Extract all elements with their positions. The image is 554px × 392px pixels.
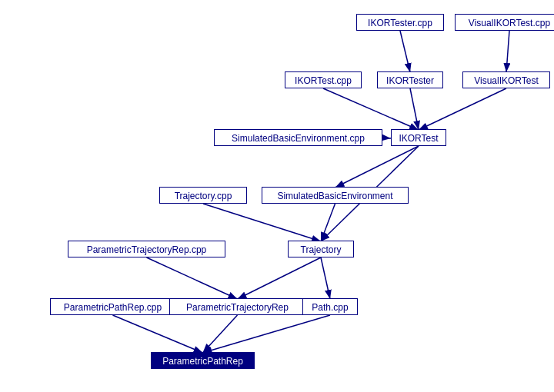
node-Path_cpp[interactable]: Path.cpp	[302, 298, 358, 315]
node-SimulatedBasicEnvironment_cpp[interactable]: SimulatedBasicEnvironment.cpp	[214, 129, 382, 146]
svg-line-9	[203, 204, 321, 241]
node-IKORTest[interactable]: IKORTest	[391, 129, 446, 146]
svg-line-6	[382, 138, 391, 138]
node-ParametricPathRep_cpp[interactable]: ParametricPathRep.cpp	[50, 298, 175, 315]
node-ParametricTrajectoryRep[interactable]: ParametricTrajectoryRep	[169, 298, 305, 315]
node-ParametricTrajectoryRep_cpp[interactable]: ParametricTrajectoryRep.cpp	[68, 241, 225, 257]
svg-line-4	[410, 88, 419, 130]
node-ParametricPathRep[interactable]: ParametricPathRep	[151, 352, 255, 369]
svg-line-7	[335, 146, 419, 188]
node-Trajectory[interactable]: Trajectory	[288, 241, 354, 257]
diagram-container: IKORTester.cppVisualIKORTest.cppIKORTest…	[0, 0, 554, 392]
svg-line-14	[113, 315, 203, 353]
node-IKORTest_cpp[interactable]: IKORTest.cpp	[285, 71, 362, 88]
svg-line-16	[203, 315, 331, 353]
node-Trajectory_cpp[interactable]: Trajectory.cpp	[159, 187, 247, 204]
svg-line-11	[147, 257, 238, 299]
node-IKORTester[interactable]: IKORTester	[377, 71, 443, 88]
node-IKORTester_cpp[interactable]: IKORTester.cpp	[356, 14, 444, 31]
svg-line-5	[419, 88, 506, 130]
node-SimulatedBasicEnvironment[interactable]: SimulatedBasicEnvironment	[262, 187, 409, 204]
svg-line-1	[400, 31, 410, 72]
svg-line-10	[321, 204, 335, 241]
node-VisualIKORTest_cpp[interactable]: VisualIKORTest.cpp	[455, 14, 554, 31]
svg-line-3	[323, 88, 419, 130]
node-VisualIKORTest[interactable]: VisualIKORTest	[462, 71, 550, 88]
svg-line-12	[238, 257, 322, 299]
svg-line-13	[321, 257, 330, 299]
svg-line-2	[506, 31, 509, 72]
